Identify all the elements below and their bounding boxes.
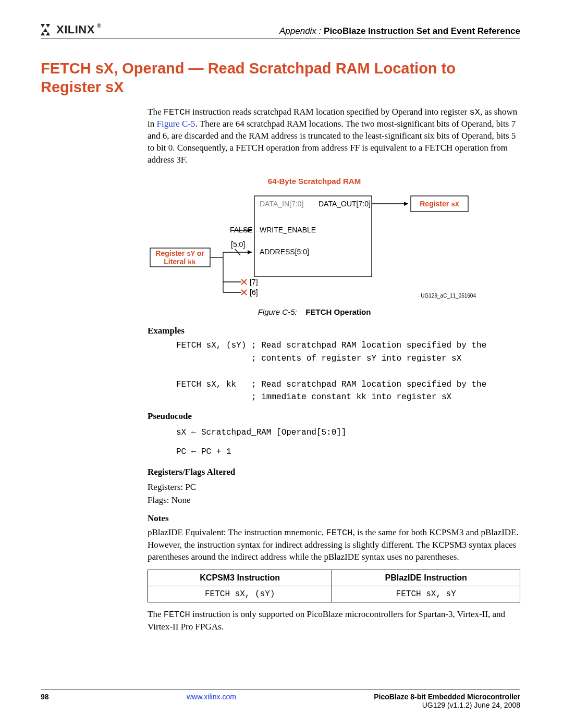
- flags-line: Flags: None: [148, 493, 520, 507]
- figure-caption: Figure C-5: FETCH Operation: [148, 307, 481, 316]
- svg-text:ADDRESS[5:0]: ADDRESS[5:0]: [260, 248, 309, 256]
- footer-doc-title: PicoBlaze 8-bit Embedded Microcontroller: [374, 693, 520, 701]
- regs-heading: Registers/Flags Altered: [148, 467, 520, 477]
- svg-text:Register sY or: Register sY or: [155, 249, 204, 258]
- svg-text:DATA_OUT[7:0]: DATA_OUT[7:0]: [319, 200, 371, 208]
- page-content: XILINX ® Appendix : PicoBlaze Instructio…: [41, 23, 520, 636]
- table-header-kcpsm3: KCPSM3 Instruction: [148, 570, 332, 586]
- registers-line: Registers: PC: [148, 480, 520, 494]
- svg-marker-4: [46, 32, 50, 35]
- page-footer: 98 www.xilinx.com PicoBlaze 8-bit Embedd…: [41, 689, 520, 709]
- svg-marker-3: [41, 32, 45, 35]
- figure-c5: 64-Byte Scratchpad RAM DATA_IN[7:0] DATA…: [148, 177, 481, 316]
- tail-paragraph: The FETCH instruction is only supported …: [148, 609, 520, 633]
- footer-url[interactable]: www.xilinx.com: [187, 693, 236, 701]
- svg-marker-23: [248, 250, 252, 254]
- xilinx-logo: XILINX ®: [41, 23, 101, 36]
- syntax-table: KCPSM3 Instruction PBlazIDE Instruction …: [148, 570, 520, 602]
- figure-title: 64-Byte Scratchpad RAM: [268, 177, 361, 186]
- svg-marker-1: [46, 24, 50, 28]
- figure-link[interactable]: Figure C-5: [156, 119, 195, 129]
- registered-mark: ®: [97, 22, 101, 29]
- svg-text:[6]: [6]: [250, 288, 258, 297]
- examples-section: Examples: [148, 326, 520, 336]
- svg-text:UG129_aC_11_051604: UG129_aC_11_051604: [421, 293, 476, 299]
- appendix-label: Appendix : PicoBlaze Instruction Set and…: [279, 26, 520, 36]
- table-header-pblazide: PBlazIDE Instruction: [332, 570, 520, 586]
- page-header: XILINX ® Appendix : PicoBlaze Instructio…: [41, 23, 520, 39]
- svg-text:[7]: [7]: [250, 278, 258, 286]
- svg-text:WRITE_ENABLE: WRITE_ENABLE: [260, 226, 316, 234]
- logo-text: XILINX: [56, 23, 95, 36]
- fetch-diagram: DATA_IN[7:0] DATA_OUT[7:0] Register sX F…: [148, 191, 481, 300]
- page-title: FETCH sX, Operand — Read Scratchpad RAM …: [41, 59, 520, 97]
- notes-heading: Notes: [148, 513, 520, 524]
- table-row: FETCH sX, (sY) FETCH sX, sY: [148, 586, 520, 602]
- xilinx-logo-icon: [41, 24, 54, 35]
- footer-version: UG129 (v1.1.2) June 24, 2008: [374, 701, 520, 709]
- svg-text:Literal kk: Literal kk: [164, 257, 196, 266]
- intro-paragraph: The FETCH instruction reads scratchpad R…: [148, 106, 520, 167]
- svg-text:Register sX: Register sX: [420, 200, 459, 208]
- notes-paragraph: pBlazIDE Equivalent: The instruction mne…: [148, 527, 520, 563]
- svg-text:[5:0]: [5:0]: [231, 240, 245, 249]
- page-number: 98: [41, 693, 49, 701]
- pseudocode-heading: Pseudocode: [148, 411, 520, 422]
- svg-marker-2: [43, 28, 47, 32]
- pseudocode-block: sX ← Scratchpad_RAM [Operand[5:0]] PC ← …: [176, 425, 520, 460]
- svg-text:DATA_IN[7:0]: DATA_IN[7:0]: [260, 200, 303, 208]
- examples-code: FETCH sX, (sY) ; Read scratchpad RAM loc…: [176, 339, 520, 404]
- svg-rect-5: [254, 196, 372, 277]
- svg-marker-0: [41, 24, 45, 28]
- examples-heading: Examples: [148, 326, 520, 336]
- svg-marker-9: [404, 202, 408, 206]
